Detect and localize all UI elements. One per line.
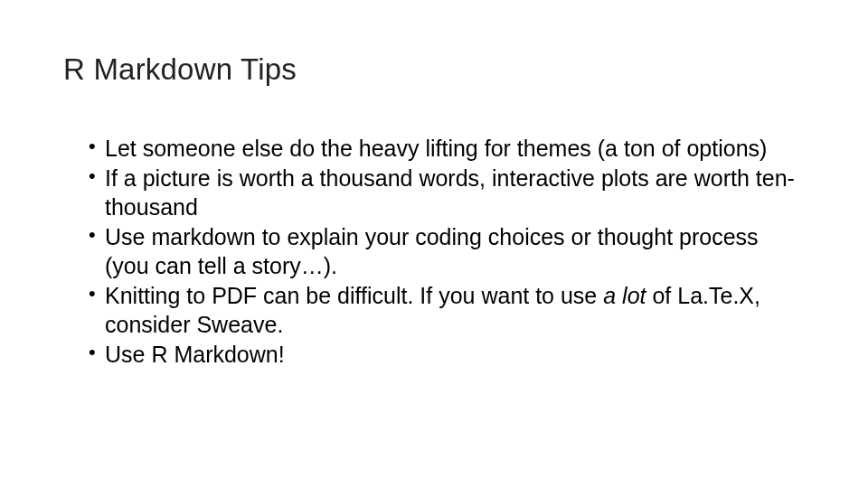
list-item: Use markdown to explain your coding choi…	[89, 222, 805, 280]
list-item: Let someone else do the heavy lifting fo…	[89, 134, 805, 163]
list-item: Use R Markdown!	[89, 340, 805, 369]
list-item: Knitting to PDF can be difficult. If you…	[89, 281, 805, 339]
bullet-list: Let someone else do the heavy lifting fo…	[63, 134, 805, 369]
list-item: If a picture is worth a thousand words, …	[89, 164, 805, 221]
slide-title: R Markdown Tips	[63, 52, 805, 87]
text-segment: Knitting to PDF can be difficult. If you…	[105, 283, 603, 308]
italic-text: a lot	[603, 283, 652, 308]
